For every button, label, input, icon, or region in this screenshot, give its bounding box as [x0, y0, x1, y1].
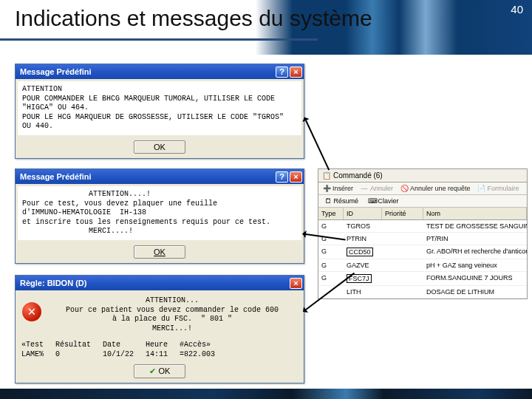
table-row[interactable]: LITHDOSAGE DE LITHIUM: [318, 286, 527, 299]
dialog-body: ✕ ATTENTION... Pour ce patient vous deve…: [18, 293, 301, 337]
close-icon[interactable]: ×: [290, 278, 302, 289]
table-row[interactable]: GFSC7JFORM.SANGUINE 7 JOURS: [318, 272, 527, 286]
titlebar-text: Message Prédéfini: [20, 67, 92, 76]
page-title: Indications et messages du système: [15, 6, 372, 31]
list-body: GTGROSTEST DE GROSSESSE SANGUINGPTRINPT/…: [318, 220, 527, 299]
table-row[interactable]: GTGROSTEST DE GROSSESSE SANGUIN: [318, 220, 527, 233]
table-row[interactable]: GCCD50Gr. ABO/RH et recherche d'anticorp…: [318, 245, 527, 259]
arrow: [305, 120, 330, 171]
ok-button[interactable]: OK: [134, 245, 185, 259]
titlebar[interactable]: Règle: BIDON (D) ×: [16, 276, 304, 290]
close-icon[interactable]: ×: [290, 66, 302, 78]
cancel-request-icon: 🚫: [400, 185, 408, 192]
list-header: Type ID Priorité Nom: [318, 208, 527, 220]
dialog-message: ATTENTION... Pour ce patient vous devez …: [47, 296, 297, 333]
col-priority[interactable]: Priorité: [382, 208, 423, 219]
form-icon: 📄: [478, 185, 485, 192]
titlebar[interactable]: Message Prédéfini ? ×: [16, 169, 304, 184]
titlebar-text: Message Prédéfini: [20, 172, 92, 181]
table-row[interactable]: GPTRINPT/RIN: [318, 233, 527, 245]
toolbar-form[interactable]: 📄 Formulaire: [478, 185, 519, 192]
minus-icon: —: [361, 185, 368, 192]
toolbar-cancel-request[interactable]: 🚫 Annuler une requête: [400, 185, 471, 192]
ok-button[interactable]: ✔OK: [134, 364, 185, 378]
close-icon[interactable]: ×: [290, 171, 302, 183]
toolbar-insert[interactable]: ➕ Insérer: [323, 185, 353, 192]
table-row: «Test Résultat Date Heure #Accès»: [21, 341, 225, 349]
footer-band: [0, 389, 532, 399]
help-icon[interactable]: ?: [276, 66, 288, 78]
dialog-body: ATTENTION....! Pour ce test, vous devez …: [18, 186, 301, 240]
dialog-predefined-2: Message Prédéfini ? × ATTENTION....! Pou…: [15, 168, 304, 264]
panel-tab[interactable]: 📋 Commandé (6): [318, 169, 527, 183]
sub-keyboard[interactable]: ⌨ Clavier: [369, 197, 399, 205]
check-icon: ✔: [149, 366, 156, 375]
clipboard-icon: 📋: [323, 172, 330, 180]
table-row[interactable]: GGAZVEpH + GAZ sang veineux: [318, 259, 527, 272]
keyboard-icon: ⌨: [369, 197, 376, 205]
col-type[interactable]: Type: [318, 208, 344, 219]
title-underline: [0, 38, 318, 41]
dialog-predefined-1: Message Prédéfini ? × ATTENTION POUR COM…: [15, 64, 304, 159]
panel-toolbar: ➕ Insérer — Annuler 🚫 Annuler une requêt…: [318, 183, 527, 195]
titlebar[interactable]: Message Prédéfini ? ×: [16, 64, 304, 79]
page-number: 40: [511, 3, 523, 16]
toolbar-cancel[interactable]: — Annuler: [361, 185, 393, 192]
ok-button[interactable]: OK: [134, 140, 185, 154]
dialog-body: ATTENTION POUR COMMANDER LE BHCG MARQUEU…: [18, 81, 301, 135]
panel-sub-toolbar: 🗒 Résumé ⌨ Clavier: [318, 195, 527, 208]
titlebar-text: Règle: BIDON (D): [20, 279, 86, 287]
error-icon: ✕: [22, 302, 41, 321]
summary-icon: 🗒: [324, 197, 332, 205]
regle-table: «Test Résultat Date Heure #Accès» LAME% …: [20, 339, 227, 360]
dialog-regle: Règle: BIDON (D) × ✕ ATTENTION... Pour c…: [15, 275, 304, 383]
help-icon[interactable]: ?: [276, 171, 288, 183]
sub-summary[interactable]: 🗒 Résumé: [324, 197, 358, 205]
col-name[interactable]: Nom: [423, 208, 527, 219]
table-row: LAME% 0 10/1/22 14:11 =822.003: [21, 350, 225, 358]
col-id[interactable]: ID: [344, 208, 382, 219]
plus-icon: ➕: [323, 185, 330, 192]
order-panel: 📋 Commandé (6) ➕ Insérer — Annuler 🚫 Ann…: [318, 168, 528, 299]
tab-label: Commandé (6): [333, 171, 383, 180]
